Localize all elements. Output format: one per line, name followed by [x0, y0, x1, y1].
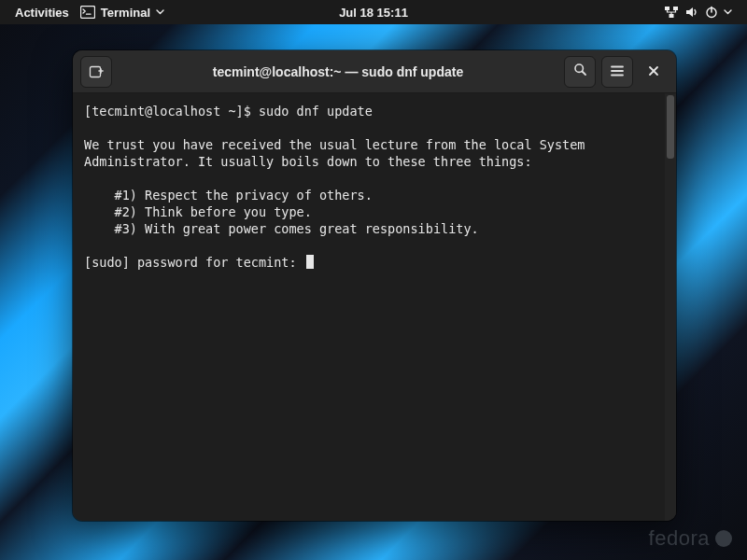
svg-rect-7: [91, 66, 101, 77]
status-menu[interactable]: [658, 6, 738, 19]
gnome-top-bar: Activities Terminal Jul 18 15:11: [0, 0, 747, 24]
window-titlebar[interactable]: tecmint@localhost:~ — sudo dnf update: [73, 50, 676, 93]
search-icon: [573, 63, 587, 80]
lecture-rule: #2) Think before you type.: [84, 204, 312, 219]
search-button[interactable]: [564, 56, 596, 88]
new-tab-button[interactable]: [80, 56, 112, 88]
lecture-rule: #1) Respect the privacy of others.: [84, 188, 373, 203]
lecture-rule: #3) With great power comes great respons…: [84, 221, 479, 236]
svg-rect-2: [665, 7, 669, 10]
window-title: tecmint@localhost:~ — sudo dnf update: [120, 64, 557, 79]
terminal-scrollbar[interactable]: [665, 93, 676, 521]
hamburger-icon: [611, 63, 624, 80]
fedora-watermark: fedora: [649, 526, 732, 551]
network-icon: [664, 6, 679, 19]
svg-rect-3: [673, 7, 678, 10]
close-icon: [648, 63, 659, 80]
terminal-icon: [80, 6, 95, 19]
scrollbar-thumb[interactable]: [667, 95, 674, 159]
chevron-down-icon: [156, 9, 164, 15]
datetime-label: Jul 18 15:11: [339, 6, 408, 20]
chevron-down-icon: [724, 9, 732, 15]
lecture-line: We trust you have received the usual lec…: [84, 137, 585, 152]
svg-rect-0: [80, 7, 94, 19]
terminal-window: tecmint@localhost:~ — sudo dnf update [t…: [73, 50, 676, 521]
app-menu-label: Terminal: [101, 6, 150, 20]
app-menu[interactable]: Terminal: [75, 6, 170, 20]
svg-rect-4: [669, 14, 674, 18]
close-button[interactable]: [639, 57, 669, 87]
titlebar-right-group: [564, 56, 669, 88]
hamburger-menu-button[interactable]: [601, 56, 633, 88]
typed-command: sudo dnf update: [259, 104, 373, 119]
fedora-wordmark: fedora: [649, 526, 710, 551]
terminal-output[interactable]: [tecmint@localhost ~]$ sudo dnf update W…: [73, 93, 676, 521]
clock[interactable]: Jul 18 15:11: [339, 6, 408, 20]
volume-icon: [684, 6, 699, 19]
shell-prompt: [tecmint@localhost ~]$: [84, 104, 259, 119]
lecture-line: Administrator. It usually boils down to …: [84, 154, 532, 169]
fedora-logo-icon: [715, 530, 732, 547]
power-icon: [705, 6, 718, 19]
sudo-password-prompt: [sudo] password for tecmint:: [84, 255, 304, 270]
terminal-viewport[interactable]: [tecmint@localhost ~]$ sudo dnf update W…: [73, 93, 676, 521]
activities-label: Activities: [15, 6, 69, 20]
activities-button[interactable]: Activities: [9, 6, 75, 20]
svg-line-11: [582, 72, 585, 76]
text-cursor: [306, 255, 314, 269]
